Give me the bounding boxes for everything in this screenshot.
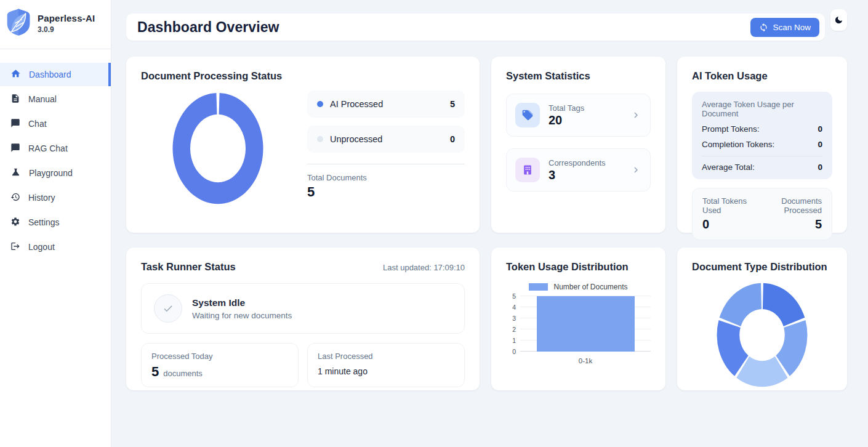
y-tick-label: 4 xyxy=(512,304,516,310)
card-document-type-distribution: Document Type Distribution xyxy=(677,248,847,390)
card-title: Task Runner Status xyxy=(141,261,236,273)
processed-today-unit: documents xyxy=(163,369,203,378)
y-tick-label: 5 xyxy=(512,293,516,299)
plot-area xyxy=(520,296,651,352)
last-updated-text: Last updated: 17:09:10 xyxy=(383,263,465,272)
sidebar-item-label: Playground xyxy=(29,168,73,178)
processed-today-value: 5 xyxy=(151,364,159,380)
stat-value: 20 xyxy=(549,113,584,127)
sidebar-item-playground[interactable]: Playground xyxy=(0,161,111,185)
logout-icon xyxy=(10,241,20,253)
legend-swatch xyxy=(529,283,548,291)
cards-row-2: Task Runner Status Last updated: 17:09:1… xyxy=(126,248,847,390)
card-system-statistics: System Statistics Total Tags 20 Correspo… xyxy=(491,57,665,233)
scan-now-button[interactable]: Scan Now xyxy=(750,18,819,37)
average-total-label: Average Total: xyxy=(702,163,755,172)
app-version: 3.0.9 xyxy=(38,25,95,34)
legend-row-unprocessed: Unprocessed 0 xyxy=(307,126,465,153)
card-task-runner-status: Task Runner Status Last updated: 17:09:1… xyxy=(126,248,480,390)
x-axis-label: 0-1k xyxy=(506,357,651,364)
stat-label: Total Tags xyxy=(549,103,584,113)
legend-dot-gray xyxy=(317,136,323,142)
sync-icon xyxy=(759,23,768,32)
tag-icon xyxy=(515,103,540,127)
sidebar-item-settings[interactable]: Settings xyxy=(0,211,111,234)
total-documents-value: 5 xyxy=(307,184,465,200)
total-tokens-used-block: Total Tokens Used 0 xyxy=(702,196,756,232)
last-processed-label: Last Processed xyxy=(318,352,454,361)
moon-icon xyxy=(834,15,843,25)
y-tick-label: 0 xyxy=(512,348,516,355)
status-title: System Idle xyxy=(192,297,292,308)
system-status-box: System Idle Waiting for new documents xyxy=(141,283,465,334)
home-icon xyxy=(10,68,21,81)
doctype-donut-chart xyxy=(692,282,832,388)
app-name: Paperless-AI xyxy=(38,13,95,23)
theme-toggle-button[interactable] xyxy=(830,9,847,31)
sidebar-item-label: History xyxy=(28,193,55,203)
processing-body: AI Processed 5 Unprocessed 0 Total Docum… xyxy=(141,82,465,207)
card-token-usage-distribution: Token Usage Distribution Number of Docum… xyxy=(491,248,665,390)
sidebar-item-label: Dashboard xyxy=(29,70,71,79)
chevron-right-icon xyxy=(630,110,641,121)
stat-item-correspondents[interactable]: Correspondents 3 xyxy=(506,148,651,191)
sidebar: Paperless-AI 3.0.9 Dashboard Manual Chat… xyxy=(0,0,111,447)
last-processed-value: 1 minute ago xyxy=(318,366,454,376)
sidebar-item-rag-chat[interactable]: RAG Chat xyxy=(0,137,111,160)
completion-tokens-row: Completion Tokens: 0 xyxy=(702,140,822,149)
cards-row-1: Document Processing Status AI Processed … xyxy=(126,57,847,233)
header-bar: Dashboard Overview Scan Now xyxy=(126,14,825,41)
sidebar-item-dashboard[interactable]: Dashboard xyxy=(0,63,111,86)
divider xyxy=(307,164,465,164)
legend-dot-blue xyxy=(317,101,323,107)
legend-label: Number of Documents xyxy=(553,283,627,291)
page-title: Dashboard Overview xyxy=(137,19,279,36)
card-ai-token-usage: AI Token Usage Average Token Usage per D… xyxy=(677,57,847,233)
sidebar-item-manual[interactable]: Manual xyxy=(0,87,111,111)
chat-bubble-icon xyxy=(10,118,20,130)
sidebar-item-label: RAG Chat xyxy=(28,143,68,153)
stat-texts: Total Tags 20 xyxy=(549,103,584,127)
card-title: System Statistics xyxy=(506,70,651,82)
stat-item-total-tags[interactable]: Total Tags 20 xyxy=(506,94,651,137)
y-tick-label: 2 xyxy=(512,326,516,332)
status-subtitle: Waiting for new documents xyxy=(192,311,292,320)
completion-tokens-value: 0 xyxy=(818,140,822,149)
divider xyxy=(702,156,822,156)
scan-now-label: Scan Now xyxy=(773,23,811,32)
average-total-value: 0 xyxy=(818,163,822,172)
y-axis-labels: 012345 xyxy=(506,296,520,352)
card-title: AI Token Usage xyxy=(692,70,832,82)
y-tick-label: 1 xyxy=(512,337,516,344)
legend-row-ai-processed: AI Processed 5 xyxy=(307,91,465,118)
sidebar-item-chat[interactable]: Chat xyxy=(0,112,111,135)
total-tokens-used-value: 0 xyxy=(702,217,756,232)
app-logo-block: Paperless-AI 3.0.9 xyxy=(0,0,111,49)
documents-processed-block: Documents Processed 5 xyxy=(756,196,822,232)
completion-tokens-label: Completion Tokens: xyxy=(702,140,774,149)
history-icon xyxy=(10,192,20,204)
sidebar-nav: Dashboard Manual Chat RAG Chat Playgroun… xyxy=(0,49,111,259)
app-title-block: Paperless-AI 3.0.9 xyxy=(38,13,95,34)
flask-icon xyxy=(10,167,21,179)
sidebar-item-label: Chat xyxy=(28,119,47,129)
processed-today-line: 5 documents xyxy=(151,364,288,380)
sidebar-item-label: Settings xyxy=(28,217,60,227)
donut-segment xyxy=(173,93,263,204)
sidebar-item-logout[interactable]: Logout xyxy=(0,235,111,259)
task-stats-grid: Processed Today 5 documents Last Process… xyxy=(141,343,465,387)
processed-today-label: Processed Today xyxy=(151,352,288,361)
prompt-tokens-row: Prompt Tokens: 0 xyxy=(702,124,822,134)
stat-texts: Correspondents 3 xyxy=(549,158,606,182)
legend-value: 5 xyxy=(450,99,455,109)
chat-bubble-icon xyxy=(10,143,20,155)
legend-label: Unprocessed xyxy=(330,134,382,144)
card-title: Document Processing Status xyxy=(141,70,465,82)
building-icon xyxy=(515,158,540,182)
sidebar-item-history[interactable]: History xyxy=(0,186,111,209)
average-total-row: Average Total: 0 xyxy=(702,163,822,172)
leaf-logo-icon xyxy=(6,8,31,39)
card-document-processing-status: Document Processing Status AI Processed … xyxy=(126,57,480,233)
processing-legend: AI Processed 5 Unprocessed 0 Total Docum… xyxy=(307,91,465,207)
y-tick-label: 3 xyxy=(512,315,516,321)
